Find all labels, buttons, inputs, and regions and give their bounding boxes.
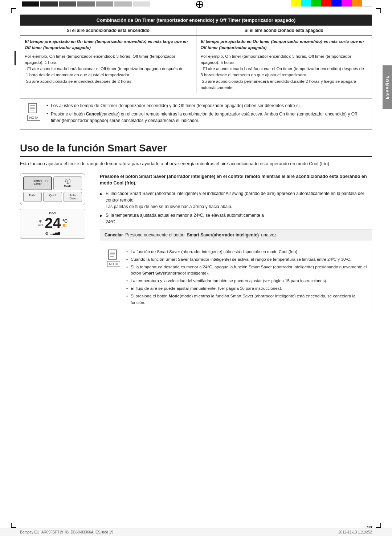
note2-item-6: Si presiona el botón Mode(modo) mientras…	[126, 293, 367, 306]
color-cyan	[301, 0, 311, 7]
note2-item-4: La temperatura y la velocidad del ventil…	[126, 278, 367, 284]
svg-rect-5	[109, 250, 117, 259]
display-row: ❄ SET 24 °C 📶	[23, 216, 82, 230]
corner-mark-tr	[376, 8, 381, 13]
col2-body: Por ejemplo, On timer (temporizador ence…	[201, 53, 368, 91]
crosshair-inner	[196, 1, 203, 8]
auto-clean-label: AutoClean	[65, 194, 81, 200]
arrow-item-1: El indicador Smart Saver (ahorrador inte…	[100, 190, 372, 210]
col2-content: El tiempo pre-ajustado en On timer (temp…	[196, 36, 372, 94]
snowflake-icon: ❄	[39, 219, 42, 223]
color-magenta	[342, 0, 352, 7]
top-left-blocks	[22, 1, 150, 7]
vert-dash	[15, 51, 16, 65]
note-item-1: Los ajustes de tiempo de On timer (tempo…	[46, 102, 367, 109]
display-bottom-icons: ⚙ ▁▃▅▇	[23, 231, 82, 236]
block-3	[59, 1, 76, 7]
top-right-colors	[291, 0, 372, 7]
note-icon-2: NOTA	[105, 249, 123, 307]
note2-item-2: Cuando la función Smart Saver (ahorrador…	[126, 256, 367, 263]
power-circle-icon	[65, 179, 70, 184]
smart-saver-body: SmartSaver ☞ Mode Turbo Qui	[20, 173, 372, 311]
col1-italic: El tiempo pre-ajustado en On timer (temp…	[25, 38, 192, 51]
fan-icon: ⚙	[45, 231, 49, 236]
note-box-2: NOTA La función de Smart Saver (ahorrado…	[100, 245, 372, 311]
turbo-label: Turbo	[24, 194, 41, 197]
corner-mark-br	[376, 523, 381, 528]
note-icon-1: NOTA	[25, 102, 43, 126]
arrow-item-2: Si la temperatura ajustada actual es men…	[100, 212, 372, 225]
col2-header: Si el aire acondicionado está apagado	[196, 26, 372, 35]
section-title: Uso de la función Smart Saver	[20, 142, 372, 157]
degree-c-label: °C	[62, 218, 68, 224]
note-box-1: NOTA Los ajustes de tiempo de On timer (…	[20, 98, 372, 130]
color-white	[362, 0, 372, 7]
note-content-2: La función de Smart Saver (ahorrador int…	[126, 249, 367, 307]
col2-italic: El tiempo pre-ajustado en On timer (temp…	[201, 38, 368, 51]
remote-bottom-row: Turbo Quiet AutoClean	[23, 192, 82, 202]
mode-btn[interactable]: Mode	[53, 176, 82, 190]
color-red	[321, 0, 331, 7]
page-content: Combinación de On Timer (temporizador en…	[20, 11, 372, 525]
note2-item-3: Si la temperatura deseada es menor a 24°…	[126, 264, 367, 277]
block-4	[77, 1, 95, 7]
color-orange	[352, 0, 362, 7]
smart-saver-btn[interactable]: SmartSaver ☞	[23, 176, 52, 190]
document-icon-2	[108, 249, 119, 260]
cancel-bar: Cancelar Presione nuevamente el botón Sm…	[100, 230, 372, 240]
nota-label-2: NOTA	[107, 261, 120, 267]
wifi-icon: 📶	[62, 224, 68, 227]
svg-rect-0	[29, 103, 37, 113]
table-sub-headers: Si el aire acondicionado está encendido …	[20, 25, 372, 35]
block-1	[22, 1, 39, 7]
document-icon	[28, 103, 40, 113]
color-blue	[331, 0, 342, 7]
nota-label: NOTA	[27, 115, 40, 121]
note2-item-1: La función de Smart Saver (ahorrador int…	[126, 249, 367, 255]
display-icons-left: ❄ SET	[38, 219, 44, 227]
note-list-2: La función de Smart Saver (ahorrador int…	[126, 249, 367, 306]
note-item-2: Presione el botón Cancel(cancelar) en el…	[46, 111, 367, 124]
note-content-1: Los ajustes de tiempo de On timer (tempo…	[46, 102, 367, 126]
turbo-btn[interactable]: Turbo	[23, 192, 42, 202]
display-temp-number: 24	[45, 216, 61, 230]
remote-top-row: SmartSaver ☞ Mode	[23, 176, 82, 190]
table-content-row: El tiempo pre-ajustado en On timer (temp…	[20, 35, 372, 94]
remote-control-mock: SmartSaver ☞ Mode Turbo Qui	[20, 173, 85, 205]
mode-label: Mode	[64, 184, 72, 188]
footer-bar: Boracay EU_AR09FSFT@_IB_DB68-03366A_ES.i…	[0, 528, 392, 536]
right-column: Presione el botón Smart Saver (ahorrador…	[100, 173, 372, 311]
set-label: SET	[38, 223, 44, 227]
quiet-btn[interactable]: Quiet	[43, 192, 62, 202]
block-6	[114, 1, 132, 7]
footer-right: 2012-11-13 11:16:52	[338, 530, 372, 534]
note-list-1: Los ajustes de tiempo de On timer (tempo…	[46, 102, 367, 124]
col1-body: Por ejemplo, On timer (temporizador ence…	[25, 53, 192, 85]
hand-pointing-icon: ☞	[45, 178, 50, 184]
combo-table: Combinación de On Timer (temporizador en…	[20, 15, 372, 94]
table-header: Combinación de On Timer (temporizador en…	[20, 15, 372, 25]
col1-header: Si el aire acondicionado está encendido	[20, 26, 196, 35]
display-mock: Cool ❄ SET 24 °C 📶 ⚙ ▁▃▅▇	[20, 209, 85, 239]
auto-clean-btn[interactable]: AutoClean	[64, 192, 82, 202]
block-7	[133, 1, 150, 7]
left-column: SmartSaver ☞ Mode Turbo Qui	[20, 173, 93, 311]
block-2	[40, 1, 58, 7]
arrow-list: El indicador Smart Saver (ahorrador inte…	[100, 190, 372, 225]
power-line	[68, 180, 68, 183]
bar-graph-icon: ▁▃▅▇	[50, 231, 60, 236]
sidebar-text: ESPAÑOL	[385, 75, 389, 99]
sidebar-label: ESPAÑOL	[383, 65, 392, 109]
instruction-bold: Presione el botón Smart Saver (ahorrador…	[100, 173, 372, 187]
display-right-icons: °C 📶	[62, 218, 68, 227]
block-5	[96, 1, 113, 7]
note2-item-5: El flujo de aire se puede ajustar manual…	[126, 285, 367, 292]
section-intro: Esta función ajustará el límite de rango…	[20, 161, 372, 167]
color-green	[311, 0, 321, 7]
footer-left: Boracay EU_AR09FSFT@_IB_DB68-03366A_ES.i…	[20, 530, 113, 534]
display-cool-label: Cool	[23, 211, 82, 215]
col1-content: El tiempo pre-ajustado en On timer (temp…	[20, 36, 196, 94]
color-yellow	[291, 0, 301, 7]
corner-mark-bl	[11, 523, 16, 528]
corner-mark-tl	[11, 8, 16, 13]
